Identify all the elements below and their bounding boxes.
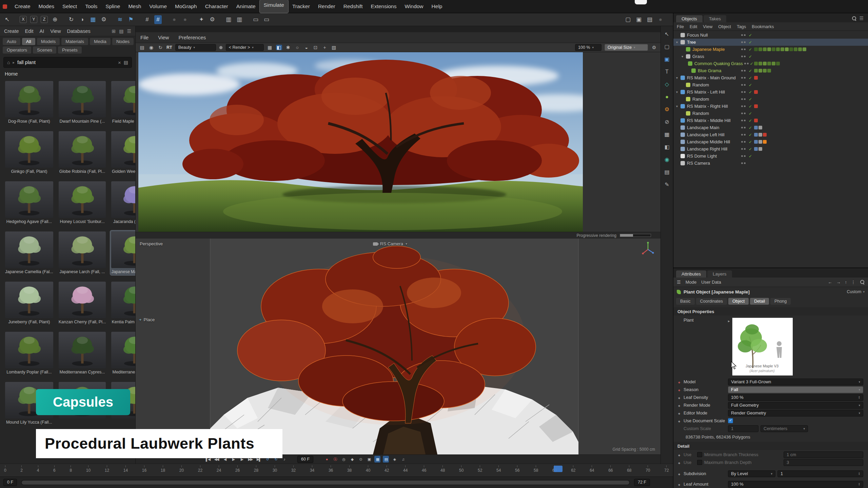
menubar-item[interactable]: Spline bbox=[101, 0, 124, 13]
annotation-button[interactable]: ✎ bbox=[665, 181, 669, 189]
frame-number[interactable]: 8 bbox=[70, 465, 72, 476]
use-document-scale-checkbox[interactable] bbox=[728, 418, 733, 423]
render-pass-dropdown[interactable]: Beauty▾ bbox=[175, 44, 216, 51]
asset-thumbnail[interactable] bbox=[5, 81, 53, 118]
record-button[interactable]: ● bbox=[323, 456, 330, 463]
material-tag[interactable] bbox=[754, 90, 758, 94]
material-tag[interactable] bbox=[772, 47, 775, 51]
menubar-item[interactable]: Mesh bbox=[124, 0, 145, 13]
enabled-check[interactable]: ✓ bbox=[750, 61, 754, 66]
material-tag[interactable] bbox=[754, 133, 758, 137]
points-mode-button[interactable]: ● bbox=[665, 93, 669, 101]
attribute-section-tab[interactable]: Detail bbox=[750, 298, 769, 305]
object-row[interactable]: Common Quaking Grass ✓ bbox=[673, 60, 868, 67]
frame-icon[interactable]: ⊡ bbox=[313, 45, 319, 50]
frame-number[interactable]: 10 bbox=[86, 465, 91, 476]
asset-thumbnail[interactable] bbox=[111, 332, 136, 368]
asset-thumbnail[interactable] bbox=[111, 81, 136, 118]
asset-item[interactable]: Japanese Maple (Fall, ... bbox=[110, 230, 136, 275]
simulate-settings-button[interactable]: ⚑ bbox=[127, 15, 135, 24]
object-row[interactable]: Landscape Main ✓ bbox=[673, 124, 868, 131]
layout-quad-view-button[interactable]: ▣ bbox=[635, 15, 643, 24]
clear-search-icon[interactable]: × bbox=[118, 60, 121, 65]
visibility-dots[interactable] bbox=[741, 148, 749, 150]
asset-item[interactable]: Mediterranean Dwarf ... bbox=[110, 331, 136, 375]
half-res-icon[interactable]: ◒ bbox=[303, 45, 310, 50]
max-branch-use-checkbox[interactable] bbox=[697, 460, 702, 465]
asset-filter-tab[interactable]: Presets bbox=[58, 46, 82, 54]
mode-menu[interactable]: Mode bbox=[686, 280, 697, 285]
material-tag[interactable] bbox=[763, 133, 767, 137]
render-settings-gear-icon[interactable]: ⚙ bbox=[651, 45, 657, 50]
keyframe-dot[interactable] bbox=[677, 471, 682, 476]
asset-thumbnail[interactable] bbox=[59, 332, 106, 368]
object-manager-menu-item[interactable]: Bookmarks bbox=[752, 24, 774, 29]
range-end-field[interactable]: 72 F bbox=[634, 479, 650, 486]
asset-filter-tab[interactable]: Operators bbox=[3, 46, 31, 54]
frame-number[interactable]: 58 bbox=[534, 465, 538, 476]
asset-item[interactable]: Lombardy Poplar (Fall... bbox=[4, 331, 54, 375]
object-row[interactable]: Blue Grama ✓ bbox=[673, 67, 868, 74]
object-row[interactable]: ▾ RS Matrix - Right Hill ✓ bbox=[673, 103, 868, 110]
frame-number[interactable]: 30 bbox=[273, 465, 277, 476]
asset-item[interactable]: Hedgehog Agave (Fall... bbox=[4, 180, 54, 225]
enabled-check[interactable]: ✓ bbox=[749, 54, 754, 59]
object-properties-header[interactable]: Object Properties bbox=[673, 307, 868, 316]
plus-icon[interactable]: + bbox=[322, 45, 328, 50]
asset-tools-button[interactable]: ✦ bbox=[198, 15, 205, 24]
material-tag[interactable] bbox=[781, 47, 784, 51]
frame-number[interactable]: 20 bbox=[179, 465, 184, 476]
material-tag[interactable] bbox=[754, 62, 758, 65]
frame-number[interactable]: 18 bbox=[161, 465, 165, 476]
quantize-settings-button[interactable]: # bbox=[154, 15, 162, 24]
asset-thumbnail[interactable] bbox=[5, 332, 53, 368]
viewport-menu-item[interactable]: Preferences bbox=[178, 35, 206, 40]
asset-thumbnail[interactable] bbox=[5, 231, 53, 268]
menubar-item[interactable]: Tools bbox=[81, 0, 101, 13]
object-row[interactable]: ▾ Grass ✓ bbox=[673, 53, 868, 60]
record-scale-button[interactable]: ⊙ bbox=[357, 456, 363, 463]
frame-number[interactable]: 52 bbox=[478, 465, 482, 476]
frame-number[interactable]: 44 bbox=[403, 465, 408, 476]
rt-toggle[interactable]: RT bbox=[166, 45, 172, 50]
menubar-item[interactable]: Tracker bbox=[288, 0, 314, 13]
material-tag[interactable] bbox=[758, 69, 762, 73]
frame-number[interactable]: 46 bbox=[422, 465, 426, 476]
material-tag[interactable] bbox=[758, 126, 762, 129]
asset-item[interactable]: Golden Weeping Willo... bbox=[110, 130, 136, 175]
enabled-check[interactable]: ✓ bbox=[749, 33, 754, 38]
record-position-button[interactable]: ◆ bbox=[349, 456, 355, 463]
material-tag[interactable] bbox=[758, 147, 762, 151]
region-icon[interactable]: ○ bbox=[294, 45, 300, 50]
timeline-playhead[interactable] bbox=[554, 466, 563, 472]
enabled-check[interactable]: ✓ bbox=[749, 47, 754, 52]
manager-tab[interactable]: Objects bbox=[676, 15, 703, 22]
enabled-check[interactable]: ✓ bbox=[749, 68, 754, 73]
object-row[interactable]: Random ✓ bbox=[673, 110, 868, 117]
object-row[interactable]: Japanese Maple ✓ bbox=[673, 46, 868, 53]
asset-item[interactable]: Honey Locust 'Sunbur... bbox=[58, 180, 107, 225]
autokey-button[interactable]: Ⓐ bbox=[332, 456, 338, 463]
material-tag[interactable] bbox=[758, 47, 762, 51]
asset-item[interactable]: Kentia Palm (Fall, Plant) bbox=[110, 281, 136, 325]
asset-thumbnail[interactable] bbox=[111, 131, 136, 168]
enabled-check[interactable]: ✓ bbox=[749, 147, 754, 151]
visibility-dots[interactable] bbox=[741, 134, 749, 136]
render-snapshot-icon[interactable]: ◉ bbox=[148, 45, 154, 50]
sound-scrub-button[interactable]: ♫ bbox=[400, 456, 406, 463]
frame-number[interactable]: 34 bbox=[310, 465, 314, 476]
workplane-button[interactable]: ◇ bbox=[665, 80, 669, 88]
visibility-dots[interactable] bbox=[744, 63, 750, 64]
attr-hamburger-icon[interactable]: ☰ bbox=[677, 280, 681, 285]
menubar-item[interactable]: Modes bbox=[35, 0, 59, 13]
simulate-scene-button[interactable]: ≋ bbox=[116, 15, 124, 24]
menubar-item[interactable]: Simulate bbox=[260, 0, 288, 13]
material-tag[interactable] bbox=[754, 126, 758, 129]
visibility-dots[interactable] bbox=[741, 127, 749, 128]
enabled-check[interactable]: ✓ bbox=[749, 83, 754, 87]
asset-thumbnail[interactable] bbox=[111, 282, 136, 318]
frame-number[interactable]: 54 bbox=[496, 465, 501, 476]
tool-settings-button[interactable]: ⚙ bbox=[209, 15, 216, 24]
asset-filter-tab[interactable]: Materials bbox=[61, 38, 88, 45]
material-tag[interactable] bbox=[763, 62, 767, 65]
